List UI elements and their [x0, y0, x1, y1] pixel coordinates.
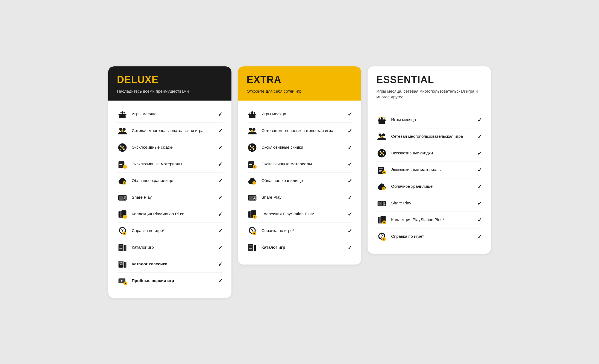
feature-text: Эксклюзивные материалы [391, 167, 442, 172]
feature-checkmark: ✓ [348, 111, 352, 118]
feature-left: + Справка по игре* [117, 225, 215, 236]
feature-text: Коллекция PlayStation Plus* [391, 217, 444, 222]
svg-rect-122 [379, 168, 383, 169]
svg-text:+: + [254, 215, 256, 218]
feature-left: Эксклюзивные скидки [117, 142, 215, 153]
discount-icon [247, 142, 258, 153]
svg-rect-124 [379, 171, 381, 172]
card-body-essential: Игры месяца✓ Сетевая многопользовательск… [368, 106, 491, 254]
feature-left: Каталог игр [247, 242, 345, 253]
extras-icon: + [117, 159, 128, 170]
feature-text: Эксклюзивные материалы [262, 161, 312, 167]
hint-icon: + [117, 225, 128, 236]
svg-text:+: + [124, 215, 126, 218]
cloud-icon: + [247, 175, 258, 186]
feature-left: + Коллекция PlayStation Plus* [117, 209, 215, 220]
cloud-icon: + [117, 175, 128, 186]
svg-rect-18 [119, 166, 122, 166]
gift-icon [376, 115, 387, 125]
shareplay-icon [247, 192, 258, 203]
extras-icon: + [376, 165, 387, 175]
svg-rect-64 [253, 112, 256, 112]
svg-point-120 [381, 152, 383, 154]
feature-text: Share Play [391, 200, 411, 206]
feature-left: + Облачное хранилище [376, 181, 474, 192]
svg-rect-47 [119, 248, 122, 248]
feature-text: Эксклюзивные скидки [262, 145, 303, 150]
feature-checkmark: ✓ [477, 167, 482, 173]
svg-text:XO: XO [120, 263, 123, 266]
svg-rect-86 [249, 196, 252, 199]
feature-checkmark: ✓ [348, 228, 352, 234]
feature-text: Игры месяца [262, 111, 286, 117]
svg-rect-16 [119, 163, 123, 163]
svg-point-72 [251, 146, 253, 149]
classics-icon: PA XO [117, 259, 128, 270]
svg-text:+: + [253, 231, 255, 235]
svg-text:+: + [124, 181, 125, 184]
feature-row: Сетевая многопользовательская игра✓ [117, 123, 223, 139]
feature-text: Сетевая многопользовательская игра [262, 128, 333, 133]
feature-left: Игры месяца [376, 115, 474, 125]
feature-checkmark: ✓ [477, 233, 482, 240]
gift-icon [247, 109, 258, 120]
feature-checkmark: ✓ [477, 133, 482, 140]
svg-point-96 [252, 231, 252, 232]
feature-text: Эксклюзивные материалы [132, 161, 182, 167]
svg-point-88 [253, 198, 256, 200]
svg-text:+: + [383, 221, 385, 224]
extras-icon: + [247, 159, 258, 170]
feature-checkmark: ✓ [348, 161, 352, 168]
svg-point-14 [121, 146, 124, 149]
svg-rect-76 [249, 166, 252, 166]
feature-row: Сетевая многопользовательская игра✓ [376, 128, 482, 145]
feature-row: Share Play✓ [117, 189, 223, 206]
feature-row: Эксклюзивные скидки✓ [247, 139, 353, 156]
feature-text: Каталог игр [132, 245, 154, 250]
feature-left: + Эксклюзивные материалы [247, 159, 345, 170]
feature-text: Share Play [132, 195, 152, 200]
feature-row: + Эксклюзивные материалы✓ [117, 156, 223, 173]
feature-row: + Справка по игре*✓ [117, 223, 223, 239]
feature-text: Сетевая многопользовательская игра [391, 134, 463, 139]
shareplay-icon [117, 192, 128, 203]
catalog-icon [117, 242, 128, 253]
feature-row: + Справка по игре*✓ [376, 228, 482, 245]
discount-icon [376, 148, 387, 159]
feature-checkmark: ✓ [218, 278, 223, 284]
svg-rect-5 [118, 112, 122, 112]
feature-checkmark: ✓ [218, 128, 223, 134]
svg-rect-101 [254, 245, 255, 251]
feature-row: + Облачное хранилище✓ [376, 178, 482, 195]
feature-checkmark: ✓ [218, 194, 223, 201]
feature-left: PA XO Каталог классики [117, 259, 215, 270]
svg-rect-63 [248, 112, 251, 112]
gift-icon [117, 109, 128, 120]
card-header-deluxe: DELUXEНасладитесь всеми преимуществами [108, 66, 231, 101]
card-title-deluxe: DELUXE [117, 74, 223, 86]
feature-checkmark: ✓ [348, 144, 352, 151]
feature-row: Игры месяца✓ [117, 106, 223, 123]
card-header-extra: EXTRAОткройте для себя сотни игр [238, 66, 361, 101]
feature-text: Коллекция PlayStation Plus* [132, 211, 184, 217]
card-essential: ESSENTIALИгры месяца, сетевая многопольз… [368, 66, 491, 254]
feature-checkmark: ✓ [218, 161, 223, 168]
shareplay-icon [376, 198, 387, 209]
card-subtitle-essential: Игры месяца, сетевая многопользовательск… [376, 88, 482, 100]
feature-text: Эксклюзивные скидки [132, 145, 174, 150]
feature-row: + Справка по игре*✓ [247, 223, 353, 239]
feature-left: + Пробные версии игр [117, 275, 215, 286]
feature-checkmark: ✓ [477, 183, 482, 190]
feature-row: + Коллекция PlayStation Plus*✓ [376, 212, 482, 228]
cloud-icon: + [376, 181, 387, 192]
svg-rect-46 [119, 247, 122, 247]
svg-point-9 [121, 130, 124, 132]
feature-row: Share Play✓ [376, 195, 482, 212]
feature-left: + Эксклюзивные материалы [376, 165, 474, 175]
collection-icon: + [117, 209, 128, 220]
svg-point-136 [383, 203, 385, 206]
feature-left: Сетевая многопользовательская игра [117, 125, 215, 136]
svg-rect-52 [124, 262, 125, 268]
svg-text:+: + [125, 281, 126, 285]
svg-point-115 [381, 135, 383, 138]
